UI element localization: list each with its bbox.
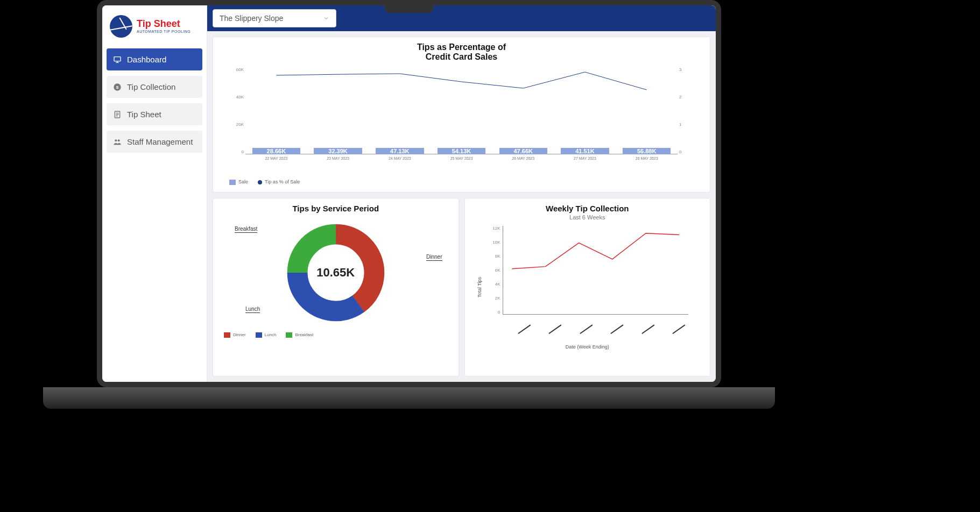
sale-bar[interactable]: 56.88K bbox=[623, 148, 671, 154]
sidebar-item-label: Tip Collection bbox=[127, 82, 175, 91]
main-content: The Slippery Slope Tips as Percentage of… bbox=[207, 5, 716, 382]
donut-legend: Dinner Lunch Breakfast bbox=[224, 332, 448, 338]
bar-xlabel: 26 MAY 2023 bbox=[512, 157, 534, 160]
weekly-tick bbox=[533, 318, 565, 333]
donut-label-dinner: Dinner bbox=[426, 254, 442, 261]
chart-subtitle: Last 6 Weeks bbox=[476, 214, 700, 221]
dollar-circle-icon: $ bbox=[113, 83, 122, 91]
location-select-value: The Slippery Slope bbox=[220, 14, 283, 23]
y-axis-right: 3 2 1 0 bbox=[679, 67, 691, 154]
weekly-tick bbox=[595, 318, 626, 333]
combo-chart-plot: 60K 40K 20K 0 3 2 1 0 28.66K22 MAY 202 bbox=[245, 67, 678, 164]
svg-rect-0 bbox=[114, 56, 121, 61]
chart-title: Weekly Tip Collection bbox=[476, 204, 700, 213]
bar-slot: 47.66K26 MAY 2023 bbox=[492, 148, 554, 154]
svg-point-9 bbox=[115, 139, 117, 141]
donut-plot: 10.65K Breakfast Lunch Dinner bbox=[224, 216, 448, 329]
topbar: The Slippery Slope bbox=[207, 5, 716, 31]
bar-xlabel: 23 MAY 2023 bbox=[327, 157, 349, 160]
donut-center-value: 10.65K bbox=[316, 266, 355, 280]
weekly-ylabel: Total Tips bbox=[477, 277, 482, 297]
svg-point-10 bbox=[118, 139, 120, 141]
sidebar-item-tip-sheet[interactable]: Tip Sheet bbox=[107, 103, 202, 125]
brand-title: Tip Sheet bbox=[137, 19, 191, 30]
bar-xlabel: 28 MAY 2023 bbox=[636, 157, 658, 160]
sidebar-item-tip-collection[interactable]: $ Tip Collection bbox=[107, 76, 202, 98]
chart-weekly-tip-card: Weekly Tip Collection Last 6 Weeks Total… bbox=[464, 198, 711, 376]
combo-legend: Sale Tip as % of Sale bbox=[229, 179, 694, 185]
bar-xlabel: 24 MAY 2023 bbox=[389, 157, 411, 160]
weekly-xlabel: Date (Week Ending) bbox=[476, 344, 700, 350]
bar-slot: 41.51K27 MAY 2023 bbox=[554, 148, 616, 154]
sale-bar[interactable]: 41.51K bbox=[561, 148, 609, 154]
bar-slot: 32.39K23 MAY 2023 bbox=[307, 148, 369, 154]
weekly-tick bbox=[565, 318, 596, 333]
app-screen: Tip Sheet AUTOMATED TIP POOLING Dashboar… bbox=[102, 5, 716, 382]
donut-label-lunch: Lunch bbox=[245, 306, 260, 313]
brand-logo: Tip Sheet AUTOMATED TIP POOLING bbox=[107, 11, 202, 48]
sidebar-item-dashboard[interactable]: Dashboard bbox=[107, 48, 202, 70]
weekly-yaxis: 12K 10K 8K 6K 4K 2K 0 bbox=[484, 226, 500, 315]
weekly-tick bbox=[503, 318, 534, 333]
bar-xlabel: 27 MAY 2023 bbox=[574, 157, 596, 160]
sale-bar[interactable]: 28.66K bbox=[252, 148, 300, 154]
sidebar: Tip Sheet AUTOMATED TIP POOLING Dashboar… bbox=[102, 5, 207, 382]
monitor-icon bbox=[113, 55, 122, 64]
bar-xlabel: 22 MAY 2023 bbox=[265, 157, 287, 160]
bar-xlabel: 25 MAY 2023 bbox=[450, 157, 473, 160]
chart-title: Tips by Service Period bbox=[224, 204, 448, 213]
y-axis-left: 60K 40K 20K 0 bbox=[232, 67, 244, 154]
sale-bar[interactable]: 32.39K bbox=[314, 148, 362, 154]
donut-label-breakfast: Breakfast bbox=[235, 226, 257, 233]
chart-tips-pct-card: Tips as Percentage of Credit Card Sales … bbox=[213, 37, 710, 193]
location-select[interactable]: The Slippery Slope bbox=[213, 9, 336, 27]
sale-bar[interactable]: 47.66K bbox=[499, 148, 547, 154]
chevron-down-icon bbox=[323, 15, 329, 22]
brand-subtitle: AUTOMATED TIP POOLING bbox=[137, 30, 191, 34]
weekly-plot: 12K 10K 8K 6K 4K 2K 0 bbox=[503, 226, 689, 328]
document-icon bbox=[113, 110, 122, 119]
bar-slot: 28.66K22 MAY 2023 bbox=[245, 148, 307, 154]
chart-tips-by-period-card: Tips by Service Period 10.65K Breakfast … bbox=[213, 198, 459, 376]
laptop-base bbox=[43, 387, 775, 409]
users-icon bbox=[113, 138, 122, 146]
sidebar-item-label: Dashboard bbox=[127, 55, 166, 64]
brand-mark-icon bbox=[110, 15, 132, 38]
weekly-tick bbox=[626, 318, 658, 333]
svg-text:$: $ bbox=[116, 84, 119, 89]
sidebar-item-label: Tip Sheet bbox=[127, 110, 161, 119]
sale-bar[interactable]: 54.13K bbox=[438, 148, 485, 154]
bar-slot: 47.13K24 MAY 2023 bbox=[369, 148, 431, 154]
weekly-tick bbox=[657, 318, 688, 333]
bar-slot: 54.13K25 MAY 2023 bbox=[431, 148, 492, 154]
bar-slot: 56.88K28 MAY 2023 bbox=[616, 148, 678, 154]
sidebar-item-staff-management[interactable]: Staff Management bbox=[107, 131, 202, 153]
sidebar-item-label: Staff Management bbox=[127, 137, 193, 146]
chart-title: Tips as Percentage of Credit Card Sales bbox=[229, 42, 694, 62]
sale-bar[interactable]: 47.13K bbox=[376, 148, 424, 154]
